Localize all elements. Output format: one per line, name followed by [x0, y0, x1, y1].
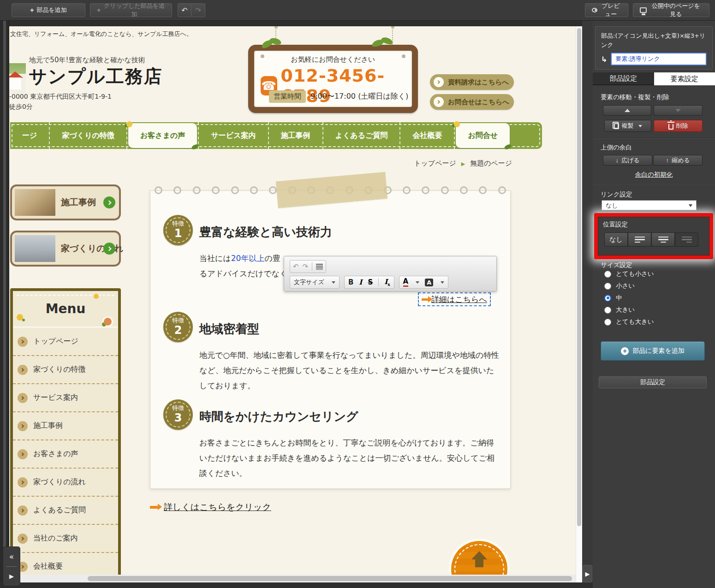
redo-icon[interactable]: ↷: [191, 3, 205, 17]
font-size-label: 文字サイズ: [294, 278, 324, 286]
more-details-link[interactable]: 詳しくはこちらをクリック: [150, 501, 271, 513]
add-clipped-part-button[interactable]: + クリップした部品を追加: [90, 3, 172, 17]
play-icon[interactable]: ▶: [3, 566, 20, 586]
nav-item-works[interactable]: 施工事例: [269, 122, 323, 149]
nav-item-label: お客さまの声: [140, 131, 185, 141]
vertical-scrollbar-thumb[interactable]: [577, 28, 581, 526]
align-left-button[interactable]: [628, 232, 651, 247]
flower-icon: [104, 318, 112, 326]
link-select[interactable]: なし: [602, 200, 697, 210]
nav-item-faq[interactable]: よくあるご質問: [323, 122, 401, 149]
delete-button[interactable]: 削除: [654, 120, 703, 132]
view-published-button[interactable]: 公開中のページを見る: [633, 3, 709, 17]
banner-flow[interactable]: 家づくりの流れ: [10, 231, 121, 267]
preview-button[interactable]: プレビュー: [585, 3, 628, 17]
part-settings-button[interactable]: 部品設定: [599, 376, 707, 388]
hours-row: 営業時間 9:00〜17:00 (土曜日は除く): [269, 90, 408, 103]
margin-section-title: 上側の余白: [601, 143, 632, 152]
nav-item-top-page[interactable]: ージ: [10, 122, 50, 149]
logo-house-shape: [9, 77, 21, 89]
radio-icon: [604, 319, 611, 326]
menu-item-about-us[interactable]: 当社のご案内: [13, 525, 118, 553]
remove-format-button[interactable]: Ix: [384, 278, 390, 287]
menu-item-label: 家づくりの特徴: [33, 365, 86, 374]
banner-flow-thumbnail: [15, 235, 55, 262]
request-docs-button[interactable]: 資料請求はこちらへ: [430, 74, 514, 90]
up-arrow-icon: [471, 551, 487, 567]
nav-item-services[interactable]: サービス案内: [198, 122, 268, 149]
duplicate-label: 複製: [622, 122, 634, 130]
menu-item-flow[interactable]: 家づくりの流れ: [13, 469, 118, 497]
menu-item-customer-voice[interactable]: お客さまの声: [13, 440, 118, 469]
highlight-color-button[interactable]: A: [425, 279, 433, 286]
font-size-dropdown[interactable]: 文字サイズ: [290, 276, 340, 289]
size-option-xs[interactable]: とても小さい: [604, 270, 654, 278]
size-option-xl[interactable]: とても大きい: [604, 318, 654, 326]
tab-element-settings[interactable]: 要素設定: [654, 72, 715, 85]
chevron-down-icon: [441, 281, 444, 284]
move-down-button[interactable]: [654, 105, 703, 116]
add-element-to-part-button[interactable]: + 部品に要素を追加: [601, 341, 705, 361]
size-option-s[interactable]: 小さい: [604, 282, 635, 290]
editor-undo-icon[interactable]: ↶: [293, 262, 299, 271]
site-name: サンプル工務店: [29, 64, 163, 89]
size-option-m[interactable]: 中: [604, 294, 622, 302]
contact-us-button[interactable]: お問合せはこちらへ: [430, 94, 514, 110]
feature-2-title: 地域密着型: [199, 321, 259, 337]
shrink-margin-button[interactable]: ↑ 縮める: [653, 155, 703, 166]
nav-item-company[interactable]: 会社概要: [400, 122, 455, 149]
menu-item-services[interactable]: サービス案内: [13, 384, 118, 412]
align-right-button[interactable]: [675, 232, 698, 247]
scroll-right-button[interactable]: ▶: [583, 565, 592, 582]
link-section-title: リンク設定: [601, 190, 632, 199]
selected-element-label: 要素:誘導リンク: [611, 53, 707, 65]
badge-number: 3: [163, 412, 193, 423]
horizontal-scrollbar-thumb[interactable]: [88, 576, 572, 581]
position-buttons: なし: [604, 232, 698, 247]
bold-button[interactable]: B: [348, 278, 353, 286]
settings-panel: 部品:(アイコン見出し+文章)×縦3+リンク ↳ 要素:誘導リンク 部品設定 要…: [593, 21, 715, 588]
feature-1-inline-link[interactable]: 20年以上: [231, 254, 265, 263]
trash-icon: [668, 124, 673, 130]
menu-item-features[interactable]: 家づくりの特徴: [13, 356, 118, 384]
menu-item-label: 家づくりの流れ: [33, 477, 86, 487]
contact-note: お気軽にお問合せください: [254, 55, 412, 64]
paragraph-format-icon[interactable]: [316, 264, 323, 270]
flower-icon: [126, 121, 132, 127]
add-part-button[interactable]: + 部品を追加: [12, 3, 85, 17]
menu-item-faq[interactable]: よくあるご質問: [13, 497, 118, 525]
feature-1-detail-link[interactable]: 詳細はこちらへ: [418, 292, 491, 306]
vertical-scrollbar[interactable]: [576, 26, 582, 582]
menu-item-top-page[interactable]: トップページ: [13, 328, 118, 356]
expand-label: 広げる: [621, 156, 640, 165]
editor-redo-icon[interactable]: ↷: [303, 262, 309, 271]
expand-margin-button[interactable]: ↓ 広げる: [603, 155, 652, 166]
move-up-button[interactable]: [603, 105, 651, 116]
tab-part-settings[interactable]: 部品設定: [593, 72, 654, 85]
text-color-button[interactable]: A: [403, 278, 409, 287]
nav-item-customer-voice[interactable]: お客さまの声: [128, 123, 197, 148]
chevron-circle-icon: [18, 449, 28, 459]
contact-board: お気軽にお問合せください ☎ 012-3456-6789 営業時間 9:00〜1…: [248, 45, 418, 113]
align-center-button[interactable]: [651, 232, 675, 247]
menu-item-works[interactable]: 施工事例: [13, 412, 118, 440]
banner-works[interactable]: 施工事例: [10, 184, 121, 220]
size-option-label: とても大きい: [616, 318, 654, 326]
horizontal-scrollbar[interactable]: [9, 575, 576, 582]
breadcrumb-home[interactable]: トップページ: [414, 159, 456, 167]
menu-item-label: よくあるご質問: [33, 505, 86, 515]
size-option-l[interactable]: 大きい: [604, 306, 635, 314]
duplicate-button[interactable]: 複製: [604, 120, 651, 132]
margin-reset-link[interactable]: 余白の初期化: [593, 171, 715, 179]
chevron-circle-icon: [434, 97, 444, 107]
nav-item-label: お問合せ: [468, 131, 498, 141]
collapse-sidebar-icon[interactable]: «: [3, 547, 20, 566]
sub-element-arrow-icon: ↳: [601, 55, 607, 64]
up-triangle-icon: [625, 109, 630, 112]
undo-icon[interactable]: ↶: [178, 3, 191, 17]
strikethrough-button[interactable]: S: [368, 278, 373, 286]
italic-button[interactable]: I: [359, 278, 362, 286]
nav-item-features[interactable]: 家づくりの特徴: [50, 122, 127, 149]
nav-item-contact[interactable]: お問合せ: [456, 123, 510, 148]
position-none-button[interactable]: なし: [604, 232, 628, 247]
